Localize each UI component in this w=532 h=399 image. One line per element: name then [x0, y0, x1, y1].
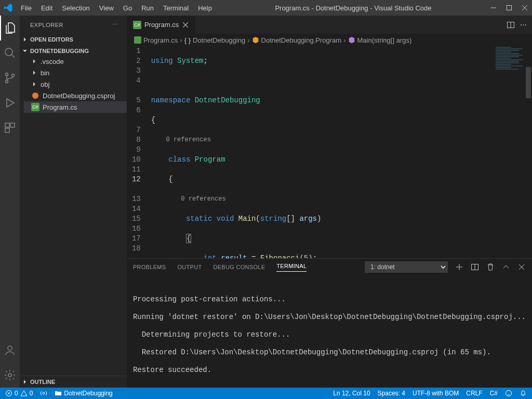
status-encoding[interactable]: UTF-8 with BOM: [413, 390, 459, 397]
vscode-logo-icon: [4, 4, 12, 12]
error-icon: [5, 390, 12, 397]
menu-selection[interactable]: Selection: [58, 2, 94, 14]
title-bar: File Edit Selection View Go Run Terminal…: [0, 0, 532, 16]
activity-run-debug[interactable]: [0, 90, 20, 115]
breadcrumb-item[interactable]: Main(string[] args): [357, 36, 412, 44]
method-icon: [348, 36, 355, 44]
split-icon[interactable]: [471, 263, 479, 271]
outline-section[interactable]: OUTLINE: [20, 377, 127, 387]
tree-label: .vscode: [41, 58, 64, 65]
activity-scm[interactable]: [0, 65, 20, 90]
tree-item-file[interactable]: DotnetDebugging.csproj: [24, 90, 127, 101]
menu-run[interactable]: Run: [137, 2, 158, 14]
bottom-panel: PROBLEMS OUTPUT DEBUG CONSOLE TERMINAL 1…: [127, 258, 532, 388]
tree-label: bin: [41, 69, 49, 77]
csproj-file-icon: [31, 91, 39, 100]
editor-more-icon[interactable]: ⋯: [520, 21, 527, 29]
menu-edit[interactable]: Edit: [37, 2, 57, 14]
activity-settings[interactable]: [0, 363, 20, 388]
breadcrumb-item[interactable]: DotnetDebugging: [193, 36, 245, 44]
tree-item-folder[interactable]: bin: [24, 67, 127, 78]
panel-tab-output[interactable]: OUTPUT: [177, 264, 202, 270]
trash-icon[interactable]: [486, 263, 495, 271]
project-section[interactable]: DOTNETDEBUGGING: [20, 46, 127, 56]
tree-item-folder[interactable]: obj: [24, 78, 127, 90]
terminal-line: Running 'dotnet restore' on D:\Users\Jon…: [133, 313, 526, 322]
status-spaces[interactable]: Spaces: 4: [378, 390, 405, 397]
editor-scrollbar[interactable]: [525, 46, 532, 258]
svg-rect-6: [10, 123, 15, 127]
project-label: DOTNETDEBUGGING: [30, 48, 89, 54]
svg-point-18: [43, 392, 45, 394]
tree-item-folder[interactable]: .vscode: [24, 56, 127, 67]
menu-go[interactable]: Go: [119, 2, 136, 14]
menu-help[interactable]: Help: [194, 2, 216, 14]
svg-point-1: [5, 48, 12, 56]
minimize-icon[interactable]: [490, 5, 497, 11]
close-icon[interactable]: [517, 263, 526, 271]
window-controls: [490, 5, 528, 11]
open-editors-section[interactable]: OPEN EDITORS: [20, 35, 127, 44]
search-icon: [4, 47, 16, 59]
activity-search[interactable]: [0, 41, 20, 65]
status-live-share[interactable]: [40, 390, 47, 397]
csharp-file-icon: [134, 36, 141, 44]
breadcrumb-item[interactable]: Program.cs: [143, 36, 178, 44]
activity-extensions[interactable]: [0, 115, 20, 140]
tree-label: obj: [41, 81, 49, 88]
panel-tab-debug[interactable]: DEBUG CONSOLE: [213, 264, 265, 270]
explorer-sidebar: EXPLORER ⋯ OPEN EDITORS DOTNETDEBUGGING …: [20, 16, 127, 388]
code-editor[interactable]: 1 2 3 4 5 6 7 8 9 10 11 12 13 14 15 16 1…: [127, 46, 532, 258]
menu-file[interactable]: File: [17, 2, 36, 14]
terminal[interactable]: Processing post-creation actions... Runn…: [127, 275, 532, 388]
panel-tab-problems[interactable]: PROBLEMS: [133, 264, 166, 270]
tree-label: Program.cs: [43, 103, 77, 111]
close-icon[interactable]: [522, 5, 528, 11]
menu-view[interactable]: View: [95, 2, 118, 14]
status-folder[interactable]: DotnetDebugging: [55, 390, 112, 397]
sidebar-more-icon[interactable]: ⋯: [112, 21, 118, 28]
svg-text:C#: C#: [134, 22, 140, 28]
terminal-line: Restore succeeded.: [133, 366, 526, 375]
editor-group: C# Program.cs ⋯ Program.cs› { } DotnetDe…: [127, 16, 532, 388]
outline-label: OUTLINE: [30, 379, 55, 385]
terminal-line: Processing post-creation actions...: [133, 295, 526, 304]
close-icon[interactable]: [182, 21, 189, 29]
csharp-file-icon: C#: [31, 103, 39, 111]
breadcrumb-item[interactable]: DotnetDebugging.Program: [261, 36, 342, 44]
play-bug-icon: [4, 97, 16, 109]
activity-account[interactable]: [0, 338, 20, 363]
warning-icon: [20, 390, 28, 397]
tree-item-file[interactable]: C# Program.cs: [24, 101, 127, 113]
status-errors[interactable]: 0 0: [5, 390, 33, 397]
minimap[interactable]: [494, 46, 525, 258]
status-lncol[interactable]: Ln 12, Col 10: [333, 390, 370, 397]
status-feedback[interactable]: [505, 390, 512, 397]
chevron-up-icon[interactable]: [502, 263, 510, 271]
breadcrumb[interactable]: Program.cs› { } DotnetDebugging› DotnetD…: [127, 34, 532, 46]
sidebar-header: EXPLORER ⋯: [20, 16, 127, 34]
gear-icon: [4, 369, 16, 381]
chevron-right-icon: [31, 81, 37, 87]
svg-point-4: [12, 74, 15, 77]
terminal-line: Determining projects to restore...: [133, 330, 526, 339]
plus-icon[interactable]: [455, 263, 463, 271]
activity-explorer[interactable]: [0, 16, 20, 41]
status-bell[interactable]: [520, 390, 527, 397]
terminal-selector[interactable]: 1: dotnet: [365, 261, 448, 273]
panel-tab-terminal[interactable]: TERMINAL: [276, 263, 307, 272]
code-content[interactable]: using System; namespace DotnetDebugging …: [151, 46, 532, 258]
editor-tab[interactable]: C# Program.cs: [127, 16, 196, 34]
menu-terminal[interactable]: Terminal: [159, 2, 193, 14]
svg-rect-0: [507, 6, 512, 10]
terminal-line: Restored D:\Users\Jon\Desktop\DotnetDebu…: [133, 348, 526, 357]
activity-bar: [0, 16, 20, 388]
split-editor-icon[interactable]: [507, 21, 515, 29]
status-eol[interactable]: CRLF: [466, 390, 482, 397]
chevron-right-icon: [22, 36, 28, 43]
open-editors-label: OPEN EDITORS: [30, 36, 73, 43]
status-language[interactable]: C#: [490, 390, 498, 397]
branch-icon: [4, 72, 16, 84]
folder-icon: [55, 390, 62, 397]
maximize-icon[interactable]: [506, 5, 512, 11]
